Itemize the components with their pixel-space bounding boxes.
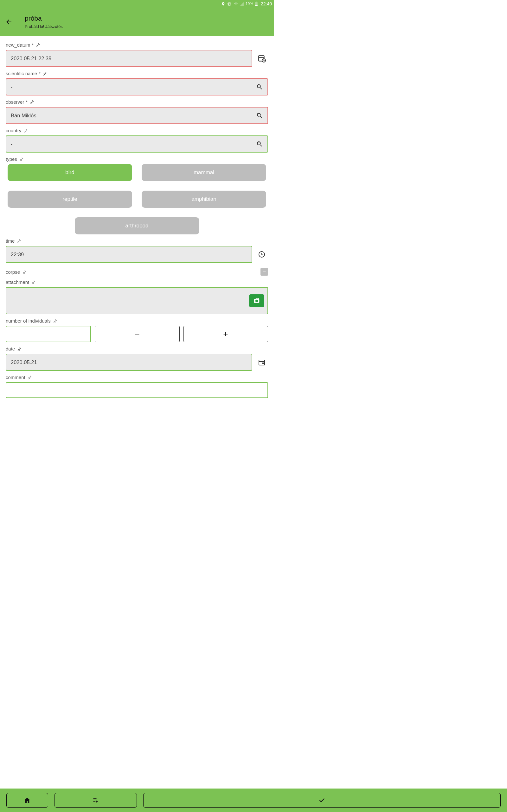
search-icon[interactable] [256,141,263,148]
pin-icon[interactable] [43,71,47,76]
back-button[interactable] [4,17,14,27]
noi-plus-button[interactable] [183,326,268,342]
type-chip-reptile[interactable]: reptile [8,191,132,208]
svg-rect-8 [263,271,266,272]
svg-line-0 [228,3,231,5]
status-clock: 22:40 [261,1,272,6]
label-country: country [6,128,268,133]
label-types: types [6,156,268,162]
country-value: - [11,141,13,147]
pin-icon[interactable] [53,318,57,323]
label-scientific-name: scientific name* [6,71,268,76]
svg-rect-9 [135,334,139,334]
pin-icon[interactable] [31,280,36,285]
label-new-datum: new_datum* [6,42,268,48]
datetime-picker-button[interactable] [256,54,268,62]
label-observer: observer* [6,99,268,105]
date-input[interactable]: 2020.05.21 [6,354,252,371]
page-subtitle: Próbáld ki! Játszótér. [25,24,63,29]
type-chip-amphibian[interactable]: amphibian [142,191,266,208]
svg-rect-11 [225,332,226,336]
search-icon[interactable] [256,84,263,90]
label-time: time [6,238,268,244]
pin-icon[interactable] [23,128,28,133]
date-picker-button[interactable] [256,358,268,366]
type-chip-arthropod[interactable]: arthropod [75,217,199,235]
svg-rect-14 [262,362,264,364]
country-input[interactable]: - [6,136,268,153]
observer-input[interactable]: Bán Miklós [6,107,268,124]
svg-rect-3 [255,5,258,6]
pin-icon[interactable] [36,43,40,47]
new-datum-input[interactable]: 2020.05.21 22:39 [6,50,252,67]
camera-button[interactable] [249,294,264,307]
pin-icon[interactable] [30,100,34,104]
label-noi: number of individuals [6,318,268,323]
noi-value[interactable] [6,326,91,342]
svg-rect-2 [256,2,257,2]
pin-icon[interactable] [27,375,32,380]
label-date: date [6,346,268,351]
status-bar: 19% 22:40 [0,0,274,8]
scientific-name-value: - [11,84,13,90]
location-icon [221,2,225,6]
search-icon[interactable] [256,112,263,119]
form-body: new_datum* 2020.05.21 22:39 scientific n… [0,36,274,417]
date-value: 2020.05.21 [11,359,37,365]
pin-icon[interactable] [17,346,21,351]
pin-icon[interactable] [22,270,26,274]
wifi-icon [233,2,238,6]
new-datum-value: 2020.05.21 22:39 [11,55,51,61]
battery-icon [255,2,258,6]
corpse-toggle[interactable] [261,268,268,275]
time-value: 22:39 [11,252,24,258]
attachment-box[interactable] [6,287,268,314]
label-attachment: attachment [6,280,268,285]
app-bar: próba Próbáld ki! Játszótér. [0,8,274,36]
svg-rect-12 [259,360,265,365]
type-chip-bird[interactable]: bird [8,164,132,181]
comment-input[interactable] [6,382,268,398]
pin-icon[interactable] [19,157,24,161]
label-comment: comment [6,374,268,380]
pin-icon[interactable] [16,239,21,243]
time-input[interactable]: 22:39 [6,246,252,263]
types-chip-group: bird mammal reptile amphibian arthropod [6,164,268,235]
time-picker-button[interactable] [256,251,268,258]
type-chip-mammal[interactable]: mammal [142,164,266,181]
vibrate-icon [227,2,232,6]
signal-icon [240,2,244,6]
page-title: próba [25,14,63,22]
observer-value: Bán Miklós [11,113,37,119]
battery-percent: 19% [245,2,253,6]
noi-minus-button[interactable] [95,326,179,342]
scientific-name-input[interactable]: - [6,78,268,96]
label-corpse: corpse [6,269,26,275]
